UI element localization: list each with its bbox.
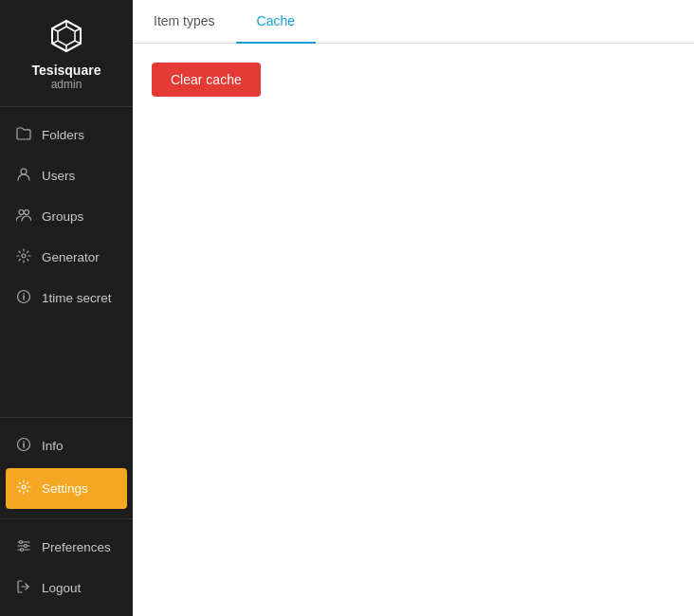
folder-icon (15, 126, 32, 144)
sidebar-item-preferences[interactable]: Preferences (0, 527, 133, 568)
settings-icon (15, 480, 32, 498)
svg-point-17 (23, 441, 25, 443)
sidebar-label-folders: Folders (42, 128, 84, 142)
main-content: Item types Cache Clear cache (133, 0, 694, 616)
svg-point-11 (22, 254, 26, 258)
sidebar-label-1time-secret: 1time secret (42, 291, 112, 305)
tab-item-types[interactable]: Item types (133, 0, 236, 44)
tab-cache[interactable]: Cache (236, 0, 316, 44)
sidebar-item-1time-secret[interactable]: 1time secret (0, 278, 133, 318)
sidebar-label-info: Info (42, 439, 64, 453)
svg-point-8 (21, 169, 27, 174)
sidebar-bottom: Preferences Logout (0, 519, 133, 616)
sidebar-label-settings: Settings (42, 481, 88, 496)
sidebar-info-section: Info Settings (0, 418, 133, 519)
svg-point-22 (20, 541, 23, 544)
sidebar: Tesisquare admin Folders Users (0, 0, 133, 616)
brand-logo-icon (46, 17, 86, 57)
onetimesecret-icon (15, 289, 32, 307)
tabs-bar: Item types Cache (133, 0, 694, 44)
sidebar-item-logout[interactable]: Logout (0, 568, 133, 608)
svg-point-18 (22, 485, 26, 489)
sidebar-item-generator[interactable]: Generator (0, 237, 133, 278)
brand-name: Tesisquare (32, 63, 101, 78)
logout-icon (15, 579, 32, 597)
sidebar-label-preferences: Preferences (42, 540, 111, 554)
sidebar-item-groups[interactable]: Groups (0, 196, 133, 237)
info-icon (15, 437, 32, 455)
sidebar-label-generator: Generator (42, 250, 100, 264)
sidebar-item-info[interactable]: Info (0, 426, 133, 466)
sidebar-label-groups: Groups (42, 209, 83, 224)
content-area: Clear cache (133, 44, 694, 616)
clear-cache-button[interactable]: Clear cache (152, 63, 261, 97)
brand-role: admin (51, 78, 82, 91)
svg-point-24 (21, 549, 24, 552)
svg-point-9 (19, 210, 24, 215)
sidebar-nav: Folders Users Groups (0, 107, 133, 418)
brand-area: Tesisquare admin (0, 0, 133, 107)
user-icon (15, 167, 32, 185)
svg-marker-1 (58, 27, 75, 45)
preferences-icon (15, 538, 32, 556)
sidebar-item-settings[interactable]: Settings (6, 468, 127, 509)
sidebar-label-logout: Logout (42, 581, 81, 595)
sidebar-item-folders[interactable]: Folders (0, 115, 133, 155)
generator-icon (15, 248, 32, 266)
sidebar-label-users: Users (42, 169, 75, 183)
svg-point-10 (25, 210, 29, 215)
sidebar-item-users[interactable]: Users (0, 155, 133, 196)
svg-point-14 (23, 293, 25, 295)
svg-point-23 (25, 545, 27, 548)
groups-icon (15, 208, 32, 226)
